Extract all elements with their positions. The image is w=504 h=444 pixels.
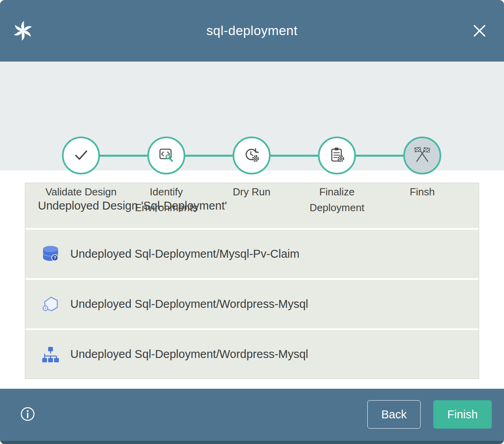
step-label: Finalize Deployment <box>294 184 380 215</box>
step-circle-finalize-deployment[interactable] <box>318 137 356 174</box>
info-icon[interactable] <box>20 406 36 422</box>
log-row-text: Undeployed Sql-Deployment/Wordpress-Mysq… <box>70 348 308 361</box>
modal-title: sql-deployment <box>0 23 504 38</box>
log-row-wordpress-mysql-pod: Undeployed Sql-Deployment/Wordpress-Mysq… <box>25 280 479 328</box>
check-icon <box>71 145 90 166</box>
step-identify-environments: Identify Environments <box>124 62 209 215</box>
step-validate-design: Validate Design <box>38 62 124 215</box>
log-row-text: Undeployed Sql-Deployment/Mysql-Pv-Claim <box>70 247 299 260</box>
checkered-flags-icon <box>413 145 432 166</box>
step-label: Validate Design <box>45 184 117 200</box>
pod-shape-icon <box>39 293 62 315</box>
clipboard-gear-icon <box>327 145 346 166</box>
back-button[interactable]: Back <box>367 400 421 429</box>
code-wrench-icon <box>157 145 176 166</box>
step-circle-dry-run[interactable] <box>233 137 271 174</box>
finish-button[interactable]: Finish <box>433 400 492 429</box>
step-circle-validate-design[interactable] <box>62 137 100 174</box>
database-icon: ? <box>39 243 62 265</box>
modal-header: sql-deployment <box>0 0 504 62</box>
dry-run-gear-icon <box>242 145 261 166</box>
modal-bottom-edge <box>0 441 504 444</box>
step-dry-run: Dry Run <box>209 62 294 215</box>
svg-text:?: ? <box>54 255 56 260</box>
step-label: Finsh <box>410 184 435 200</box>
step-label: Identify Environments <box>124 184 209 215</box>
step-finish: Finsh <box>380 62 465 215</box>
modal-footer: Back Finish <box>0 389 504 444</box>
close-icon[interactable] <box>472 24 487 38</box>
step-circle-finish[interactable] <box>403 137 441 174</box>
log-row-pv-claim: ? Undeployed Sql-Deployment/Mysql-Pv-Cla… <box>25 230 479 278</box>
deployment-wizard-modal: sql-deployment Vali <box>0 0 504 444</box>
service-tree-icon <box>39 343 62 365</box>
step-circle-identify-environments[interactable] <box>147 137 185 174</box>
wizard-stepper: Validate Design Identify Environment <box>0 62 504 170</box>
step-finalize-deployment: Finalize Deployment <box>294 62 380 215</box>
log-row-text: Undeployed Sql-Deployment/Wordpress-Mysq… <box>70 298 308 311</box>
spiral-logo-icon <box>12 20 34 42</box>
log-row-wordpress-mysql-service: Undeployed Sql-Deployment/Wordpress-Mysq… <box>25 330 479 378</box>
step-label: Dry Run <box>233 184 270 200</box>
